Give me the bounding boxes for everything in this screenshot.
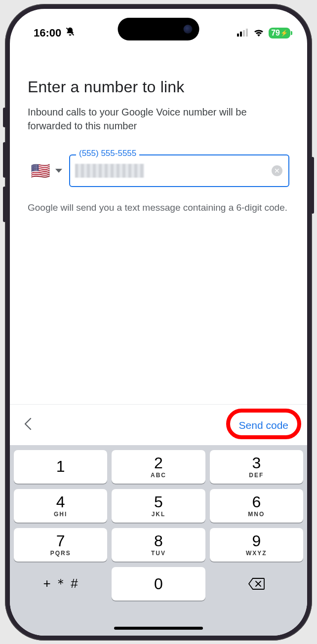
key-1[interactable]: 1 [14,450,107,484]
chevron-left-icon [24,417,32,430]
symbols-label: + ＊ # [43,575,78,592]
key-7[interactable]: 7PQRS [14,528,107,562]
key-letters: TUV [151,550,166,557]
screen: 16:00 79⚡ Enter a number to link Inbound… [10,9,307,636]
status-time: 16:00 [34,27,61,39]
bottom-action-bar: Send code [10,404,307,445]
key-digit: 4 [56,494,65,510]
key-digit: 3 [252,455,261,471]
front-camera-icon [184,25,193,34]
home-indicator[interactable] [114,627,203,630]
clear-input-button[interactable]: ✕ [272,165,282,176]
key-6[interactable]: 6MNO [210,489,303,523]
phone-input-container: (555) 555-5555 ✕ [69,154,289,187]
charging-icon: ⚡ [280,30,288,37]
key-5[interactable]: 5JKL [112,489,205,523]
key-digit: 0 [154,576,163,592]
key-letters: MNO [248,511,265,518]
battery-indicator: 79⚡ [269,28,290,38]
key-digit: 9 [252,533,261,549]
page-title: Enter a number to link [28,78,289,96]
phone-input-label: (555) 555-5555 [76,149,139,158]
main-content: Enter a number to link Inbound calls to … [10,43,307,404]
flag-icon: 🇺🇸 [31,161,50,180]
key-digit: 5 [154,494,163,510]
key-digit: 1 [56,458,65,474]
key-letters: DEF [249,472,264,479]
dynamic-island [118,18,199,40]
svg-rect-3 [243,30,245,37]
chevron-down-icon [55,169,62,173]
key-letters: PQRS [50,550,71,557]
volume-up-button [3,142,6,178]
do-not-disturb-icon [65,27,75,39]
close-icon: ✕ [274,167,280,174]
key-digit: 7 [56,533,65,549]
svg-rect-4 [246,29,248,37]
svg-rect-2 [240,32,242,37]
phone-frame: 16:00 79⚡ Enter a number to link Inbound… [5,4,312,641]
phone-input-row: 🇺🇸 (555) 555-5555 ✕ [28,154,289,187]
wifi-icon [253,27,265,39]
key-3[interactable]: 3DEF [210,450,303,484]
key-4[interactable]: 4GHI [14,489,107,523]
country-select[interactable]: 🇺🇸 [28,161,62,180]
back-button[interactable] [24,417,32,434]
key-digit: 2 [154,455,163,471]
backspace-icon [248,577,265,590]
side-button [3,108,6,127]
key-digit: 6 [252,494,261,510]
key-9[interactable]: 9WXYZ [210,528,303,562]
cellular-signal-icon [237,27,249,39]
key-letters: GHI [54,511,67,518]
redacted-value [75,164,144,178]
key-2[interactable]: 2ABC [112,450,205,484]
numeric-keyboard: 1 2ABC 3DEF 4GHI 5JKL 6MNO 7PQRS 8TUV 9W… [10,445,307,636]
key-letters: WXYZ [246,550,267,557]
page-subtitle: Inbound calls to your Google Voice numbe… [28,105,289,133]
key-8[interactable]: 8TUV [112,528,205,562]
send-code-button[interactable]: Send code [232,415,295,436]
power-button [311,157,314,214]
helper-text: Google will send you a text message cont… [28,201,289,215]
key-backspace[interactable] [210,567,303,601]
battery-level: 79 [271,29,280,38]
key-digit: 8 [154,533,163,549]
key-letters: JKL [152,511,166,518]
svg-rect-1 [237,34,239,37]
key-symbols[interactable]: + ＊ # [14,567,107,601]
key-0[interactable]: 0 [112,567,205,601]
key-letters: ABC [151,472,166,479]
volume-down-button [3,187,6,222]
